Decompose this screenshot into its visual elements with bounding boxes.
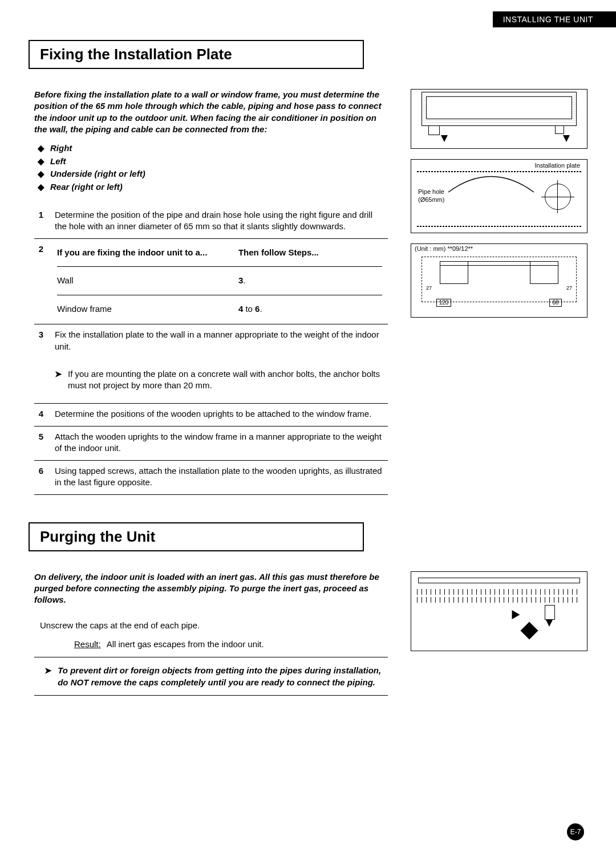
- step-text: Using tapped screws, attach the installa…: [51, 460, 388, 494]
- section2-title: Purging the Unit: [40, 528, 352, 546]
- subtable-header: If you are fixing the indoor unit to a..…: [55, 243, 236, 262]
- subtable-header: Then follow Steps...: [236, 243, 384, 262]
- section2-intro: On delivery, the indoor unit is loaded w…: [34, 571, 388, 606]
- steps-table: 1 Determine the position of the pipe and…: [34, 205, 388, 495]
- figure-label: (Unit : mm) **09/12**: [415, 245, 473, 253]
- result-row: Result: All inert gas escapes from the i…: [34, 632, 388, 656]
- list-item: Left: [50, 155, 388, 168]
- section1-title: Fixing the Installation Plate: [40, 46, 352, 63]
- page-number-badge: E-7: [567, 823, 584, 840]
- result-label: Result:: [74, 639, 101, 649]
- list-item: Underside (right or left): [50, 168, 388, 181]
- table-row: Wall 3.: [55, 271, 384, 290]
- section2-left-column: On delivery, the indoor unit is loaded w…: [29, 571, 394, 697]
- fixing-subtable: If you are fixing the indoor unit to a..…: [55, 243, 384, 318]
- figure-label: Installation plate: [535, 162, 581, 169]
- step-text: Fix the installation plate to the wall i…: [51, 324, 388, 358]
- list-item: Rear (right or left): [50, 181, 388, 194]
- figure-label: Pipe hole: [418, 188, 444, 196]
- section2-figures: [411, 571, 587, 697]
- dimension-label: 120: [436, 299, 451, 307]
- step-text: Attach the wooden uprights to the window…: [51, 426, 388, 460]
- figure-installation-plate: Installation plate Pipe hole (Ø65mm): [411, 159, 587, 233]
- figure-unit-drawing: [411, 89, 587, 149]
- subtable-cell: 4 to 6.: [236, 300, 384, 318]
- section1-figures: Installation plate Pipe hole (Ø65mm) (Un…: [411, 89, 587, 495]
- figure-label: (Ø65mm): [418, 196, 444, 204]
- warning-note: ➤ To prevent dirt or foreign objects fro…: [34, 659, 388, 694]
- step-row: 3 Fix the installation plate to the wall…: [34, 324, 388, 358]
- section-title-box: Fixing the Installation Plate: [29, 40, 364, 69]
- section1-intro: Before fixing the installation plate to …: [34, 89, 388, 135]
- section1-left-column: Before fixing the installation plate to …: [29, 89, 394, 495]
- dimension-label: 27: [564, 285, 574, 293]
- connection-directions-list: Right Left Underside (right or left) Rea…: [34, 142, 388, 193]
- purge-step: Unscrew the caps at the end of each pipe…: [34, 618, 388, 632]
- subtable-cell: Wall: [55, 271, 236, 290]
- arrow-icon: ➤: [44, 664, 52, 688]
- step-row: 1 Determine the position of the pipe and…: [34, 205, 388, 238]
- result-text: All inert gas escapes from the indoor un…: [107, 639, 264, 649]
- list-item: Right: [50, 142, 388, 155]
- step-row: 5 Attach the wooden uprights to the wind…: [34, 426, 388, 460]
- step-note: If you are mounting the plate on a concr…: [68, 368, 381, 392]
- step-row: 2 If you are fixing the indoor unit to a…: [34, 239, 388, 324]
- subtable-cell: 3.: [236, 271, 384, 290]
- table-row: Window frame 4 to 6.: [55, 300, 384, 318]
- step-text: Determine the position of the pipe and d…: [51, 205, 388, 238]
- figure-dimensions: (Unit : mm) **09/12** 27 27 120 68: [411, 243, 587, 318]
- dimension-label: 27: [424, 285, 434, 293]
- arrow-icon: ➤: [55, 368, 62, 392]
- step-text: Determine the positions of the wooden up…: [51, 403, 388, 425]
- figure-purging: [411, 571, 587, 651]
- step-row: 6 Using tapped screws, attach the instal…: [34, 460, 388, 494]
- step-row: 4 Determine the positions of the wooden …: [34, 403, 388, 425]
- section2-title-box: Purging the Unit: [29, 522, 364, 551]
- diamond-icon: [520, 622, 538, 639]
- header-tab: INSTALLING THE UNIT: [493, 11, 616, 27]
- dimension-label: 68: [549, 299, 562, 307]
- subtable-cell: Window frame: [55, 300, 236, 318]
